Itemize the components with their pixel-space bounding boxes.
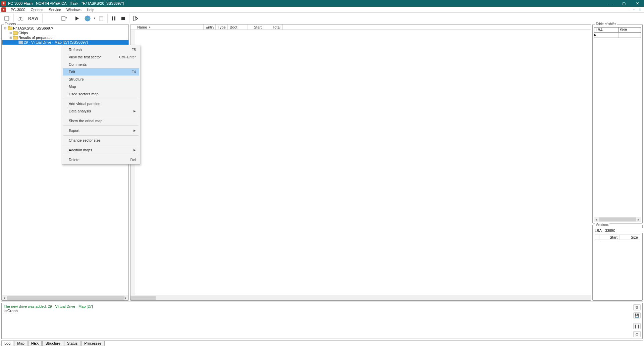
tab-structure[interactable]: Structure (42, 341, 63, 346)
tree-item[interactable]: ⊟F:\TASKS\20_SSS6697\ (2, 26, 128, 31)
tree-twist-icon[interactable]: ⊞ (9, 36, 12, 39)
versions-body[interactable] (595, 241, 640, 299)
mdi-close[interactable]: × (637, 7, 643, 12)
pause-icon[interactable] (110, 14, 118, 23)
tree-twist-icon[interactable]: ⊟ (4, 27, 7, 30)
context-item[interactable]: Map (63, 83, 139, 90)
raw-button[interactable]: RAW (26, 14, 40, 23)
mdi-app-icon: ✶ (1, 7, 6, 12)
menu-windows[interactable]: Windows (64, 7, 84, 12)
grid-header[interactable]: Name▲EntryTypeBootStartTotal (130, 24, 591, 30)
grid-col-type[interactable]: Type (216, 24, 228, 30)
exit-icon[interactable] (131, 14, 140, 23)
log-text[interactable]: The new drive was added: 29 - Virtual Dr… (2, 303, 631, 339)
menu-options[interactable]: Options (28, 7, 46, 12)
drive-icon (18, 40, 23, 44)
grid-col-name[interactable]: Name▲ (135, 24, 204, 30)
context-item[interactable]: Addition maps▶ (63, 146, 139, 154)
tree-twist-icon[interactable]: ⊞ (9, 31, 12, 35)
scroll-right-icon[interactable]: ▸ (636, 217, 641, 222)
context-item[interactable]: Used sectors map (63, 90, 139, 98)
versions-header[interactable]: Start Size (595, 235, 640, 240)
scroll-left-icon[interactable]: ◂ (2, 296, 7, 300)
maximize-button[interactable]: ▢ (617, 0, 631, 7)
context-item[interactable]: Comments (63, 61, 139, 68)
context-item-label: Map (69, 85, 76, 89)
shifts-row[interactable]: ▶ (594, 33, 641, 38)
shifts-col-lba[interactable]: LBA (594, 28, 619, 32)
context-item-label: Delete (69, 158, 79, 162)
menu-pc3000[interactable]: PC-3000 (8, 7, 28, 12)
grid-rows[interactable] (135, 30, 591, 295)
context-separator (63, 145, 139, 145)
grid-hscrollbar[interactable] (130, 295, 591, 300)
minimize-button[interactable]: — (604, 0, 617, 7)
svg-rect-10 (62, 16, 65, 20)
tab-log[interactable]: Log (1, 341, 13, 346)
context-item[interactable]: EditF4 (63, 68, 139, 76)
grid-col-entry[interactable]: Entry (204, 24, 216, 30)
context-item-label: Structure (69, 77, 84, 81)
context-item[interactable]: DeleteDel (63, 156, 139, 163)
shifts-header[interactable]: LBA Shift (594, 27, 641, 33)
context-item-label: Add virtual partition (69, 102, 100, 106)
context-separator (63, 116, 139, 116)
mdi-restore[interactable]: ▫ (631, 7, 637, 12)
log-clear-icon[interactable]: ♺ (633, 331, 641, 337)
svg-rect-15 (99, 16, 103, 17)
mdi-minimize[interactable]: – (625, 7, 631, 12)
tree-item[interactable]: ⊞Chips (2, 31, 128, 35)
log-save-icon[interactable]: 💾 (633, 312, 641, 318)
tree-item[interactable]: ⊞Results of preparation (2, 35, 128, 40)
grid-col-boot[interactable]: Boot (228, 24, 248, 30)
stop-icon[interactable] (119, 14, 127, 23)
context-item[interactable]: Data analysis▶ (63, 107, 139, 115)
tree-item[interactable]: 29 - Virtual Drive - Map [27] (SSS6697) (2, 40, 128, 45)
chip-icon[interactable] (2, 14, 11, 23)
grid-col-start[interactable]: Start (248, 24, 264, 30)
context-item[interactable]: Structure (63, 76, 139, 83)
context-item-label: Change sector size (69, 138, 100, 142)
close-button[interactable]: ✕ (631, 0, 644, 7)
grid-col-label: Total (273, 25, 280, 29)
globe-icon[interactable] (83, 14, 93, 23)
binoculars-icon[interactable] (16, 14, 25, 23)
globe-dropdown-caret[interactable]: ▼ (93, 17, 96, 20)
context-item[interactable]: Change sector size (63, 137, 139, 144)
context-item[interactable]: Add virtual partition (63, 100, 139, 107)
tab-hex[interactable]: HEX (28, 341, 42, 346)
horizontal-splitter[interactable] (1, 301, 643, 302)
mdi-controls: – ▫ × (625, 7, 644, 12)
context-item-label: Comments (69, 62, 87, 66)
submenu-arrow-icon: ▶ (133, 129, 136, 132)
svg-rect-14 (100, 17, 103, 21)
context-item[interactable]: Export▶ (63, 127, 139, 134)
tree-item-label: Chips (18, 31, 28, 35)
menu-service[interactable]: Service (46, 7, 64, 12)
export-icon[interactable] (59, 14, 69, 23)
versions-col-size[interactable]: Size (620, 235, 640, 240)
menu-help[interactable]: Help (84, 7, 97, 12)
window-controls: — ▢ ✕ (604, 0, 644, 7)
context-item[interactable]: View the first sectorCtrl+Enter (63, 53, 139, 61)
folders-hscrollbar[interactable]: ◂ ▸ (2, 295, 128, 300)
log-line: lstGraph (4, 309, 18, 313)
log-copy-icon[interactable]: ⧉ (633, 304, 641, 310)
context-item[interactable]: Show the orinal map (63, 117, 139, 124)
lba-input[interactable] (604, 228, 644, 233)
versions-col-start[interactable]: Start (599, 235, 620, 240)
play-icon[interactable] (73, 14, 81, 23)
grid-col-total[interactable]: Total (264, 24, 283, 30)
tab-status[interactable]: Status (64, 341, 80, 346)
shifts-hscrollbar[interactable]: ◂ ▸ (594, 217, 641, 222)
context-item[interactable]: RefreshF5 (63, 46, 139, 53)
titlebar: ✶ PC-3000 Flash - NORTH AMERICA - [Task … (0, 0, 644, 7)
grid-col-label: Type (218, 25, 226, 29)
log-pause-icon[interactable]: ❚❚ (633, 323, 641, 329)
tab-processes[interactable]: Processes (81, 341, 104, 346)
scroll-left-icon[interactable]: ◂ (594, 217, 599, 222)
submenu-arrow-icon: ▶ (133, 109, 136, 113)
shifts-col-shift[interactable]: Shift (619, 28, 641, 32)
tab-map[interactable]: Map (14, 341, 27, 346)
log-panel: The new drive was added: 29 - Virtual Dr… (1, 303, 643, 339)
